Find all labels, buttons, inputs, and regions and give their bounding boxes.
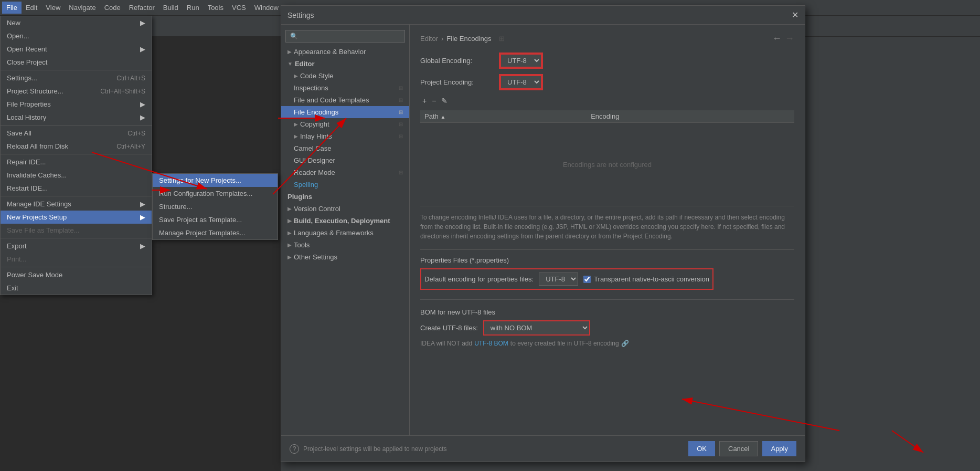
settings-icon: ⊞ [399,133,403,139]
separator [1,154,152,154]
menu-item-print[interactable]: Print... [1,253,152,266]
menu-item-local-history[interactable]: Local History ▶ [1,111,152,124]
submenu-item-save-project[interactable]: Save Project as Template... [153,213,278,226]
settings-dialog: Settings ✕ ▶ Appearance & Behavior ▼ Edi… [281,5,805,462]
separator2 [420,299,794,300]
bom-select[interactable]: with NO BOM with BOM [484,321,589,334]
settings-icon: ⊞ [399,85,403,91]
menu-file[interactable]: File [2,2,22,14]
sidebar-item-inlay-hints[interactable]: ▶ Inlay Hints ⊞ [281,130,409,142]
submenu-item-settings[interactable]: Settings for New Projects... [153,174,278,187]
expand-icon: ▼ [287,61,293,67]
menu-edit[interactable]: Edit [22,2,41,14]
menu-tools[interactable]: Tools [204,2,228,14]
project-encoding-label: Project Encoding: [420,78,494,86]
sidebar-item-inspections[interactable]: Inspections ⊞ [281,82,409,94]
menu-refactor[interactable]: Refactor [125,2,159,14]
sidebar-item-appearance[interactable]: ▶ Appearance & Behavior [281,46,409,58]
expand-icon: ▶ [287,49,292,55]
arrow-icon: ▶ [140,100,145,108]
footer-help: ? Project-level settings will be applied… [290,444,446,454]
menu-window[interactable]: Window [250,2,283,14]
menu-item-save-file-template[interactable]: Save File as Template... [1,224,152,237]
project-encoding-row: Project Encoding: UTF-8 [420,74,794,90]
add-encoding-button[interactable]: + [420,96,429,106]
menu-item-export[interactable]: Export ▶ [1,239,152,253]
dialog-body: ▶ Appearance & Behavior ▼ Editor ▶ Code … [281,25,805,435]
menu-item-restart-ide[interactable]: Restart IDE... [1,182,152,195]
menu-item-save-all[interactable]: Save All Ctrl+S [1,127,152,140]
menu-item-new[interactable]: New ▶ [1,16,152,29]
menu-item-open[interactable]: Open... [1,29,152,43]
sidebar-item-version-control[interactable]: ▶ Version Control [281,203,409,215]
menu-item-reload-all[interactable]: Reload All from Disk Ctrl+Alt+Y [1,140,152,153]
menu-item-close-project[interactable]: Close Project [1,56,152,69]
nav-back-icon[interactable]: ← [772,33,782,44]
menu-item-repair-ide[interactable]: Repair IDE... [1,155,152,169]
global-encoding-row: Global Encoding: UTF-8 [420,53,794,69]
sidebar-item-file-templates[interactable]: File and Code Templates ⊞ [281,94,409,106]
encoding-table: Path ▲ Encoding Encoding [420,110,794,206]
separator [1,196,152,196]
expand-icon: ▶ [287,242,292,248]
shortcut-label: Ctrl+Alt+S [116,75,145,82]
menu-item-manage-ide[interactable]: Manage IDE Settings ▶ [1,197,152,211]
dialog-close-button[interactable]: ✕ [792,10,798,20]
sidebar-item-other[interactable]: ▶ Other Settings [281,251,409,263]
sidebar-item-file-encodings[interactable]: File Encodings ⊞ [281,106,409,118]
menu-item-open-recent[interactable]: Open Recent ▶ [1,43,152,56]
settings-search-input[interactable] [285,30,405,43]
sort-icon: ▲ [440,114,445,120]
menu-item-exit[interactable]: Exit [1,281,152,295]
sidebar-item-code-style[interactable]: ▶ Code Style [281,70,409,82]
empty-state: Encodings are not configured [424,125,790,204]
sidebar-item-camel-case[interactable]: Camel Case [281,142,409,154]
menu-item-settings[interactable]: Settings... Ctrl+Alt+S [1,71,152,85]
sidebar-item-tools[interactable]: ▶ Tools [281,239,409,251]
cancel-button[interactable]: Cancel [719,441,758,456]
sidebar-item-copyright[interactable]: ▶ Copyright ⊞ [281,118,409,130]
separator [1,125,152,125]
menu-item-power-save[interactable]: Power Save Mode [1,268,152,281]
project-encoding-select[interactable]: UTF-8 [500,75,542,89]
sidebar-item-build[interactable]: ▶ Build, Execution, Deployment [281,215,409,227]
transparent-conversion-checkbox[interactable] [583,276,591,283]
arrow-icon: ▶ [140,45,145,53]
menu-item-file-properties[interactable]: File Properties ▶ [1,98,152,111]
ok-button[interactable]: OK [688,441,715,456]
sidebar-item-gui-designer[interactable]: GUI Designer [281,154,409,166]
sidebar-item-reader-mode[interactable]: Reader Mode ⊞ [281,166,409,179]
ide-background: File Edit View Navigate Code Refactor Bu… [0,0,980,471]
nav-forward-icon[interactable]: → [785,33,794,44]
file-dropdown-menu: New ▶ Open... Open Recent ▶ Close Projec… [0,16,152,295]
expand-icon: ▶ [287,254,292,260]
submenu-item-structure[interactable]: Structure... [153,200,278,213]
breadcrumb-current: File Encodings [446,35,491,43]
separator [1,70,152,70]
menu-vcs[interactable]: VCS [228,2,250,14]
menu-item-invalidate-caches[interactable]: Invalidate Caches... [1,169,152,182]
edit-encoding-button[interactable]: ✎ [439,96,450,106]
default-encoding-select[interactable]: UTF-8 [539,273,578,286]
separator [1,267,152,267]
menu-navigate[interactable]: Navigate [65,2,100,14]
global-encoding-select[interactable]: UTF-8 [500,54,542,68]
sidebar-item-languages[interactable]: ▶ Languages & Frameworks [281,227,409,239]
menu-code[interactable]: Code [100,2,125,14]
dialog-title: Settings [287,11,314,19]
menu-run[interactable]: Run [183,2,204,14]
help-icon[interactable]: ? [290,444,299,454]
submenu-item-manage-templates[interactable]: Manage Project Templates... [153,226,278,239]
sidebar-item-spelling[interactable]: Spelling [281,179,409,191]
apply-button[interactable]: Apply [762,441,796,456]
remove-encoding-button[interactable]: − [430,96,438,106]
menu-item-project-structure[interactable]: Project Structure... Ctrl+Alt+Shift+S [1,85,152,98]
menu-view[interactable]: View [41,2,65,14]
bom-info-link[interactable]: UTF-8 BOM [474,340,508,347]
menu-build[interactable]: Build [159,2,183,14]
sidebar-item-plugins[interactable]: Plugins [281,191,409,203]
path-column-header: Path ▲ [420,110,587,123]
menu-item-new-projects-setup[interactable]: New Projects Setup ▶ [1,211,152,224]
sidebar-item-editor[interactable]: ▼ Editor [281,58,409,70]
submenu-item-run-config[interactable]: Run Configuration Templates... [153,187,278,200]
